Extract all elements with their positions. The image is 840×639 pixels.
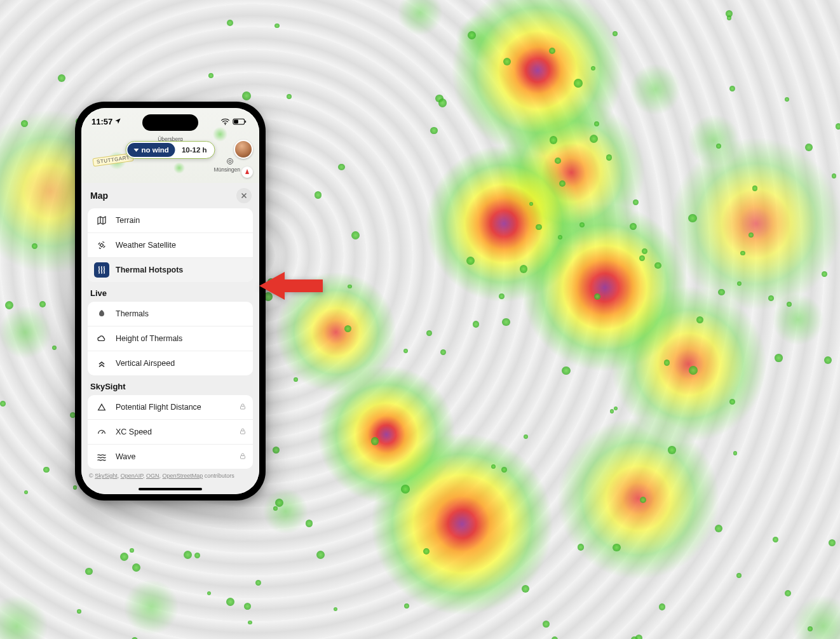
lock-icon — [239, 427, 247, 437]
time-range-label: 10-12 h — [182, 146, 207, 154]
dynamic-island — [142, 114, 198, 131]
svg-rect-9 — [241, 455, 245, 459]
row-thermals-label: Thermals — [116, 309, 247, 318]
svg-point-5 — [227, 159, 233, 165]
row-wave[interactable]: Wave — [88, 444, 253, 469]
row-pfd-label: Potential Flight Distance — [116, 403, 233, 412]
poi-icon — [226, 158, 234, 167]
row-xc-speed-label: XC Speed — [116, 427, 233, 436]
wave-icon — [94, 449, 109, 464]
callout-arrow-icon — [259, 268, 323, 304]
svg-rect-6 — [100, 243, 104, 247]
attribution-link-skysight[interactable]: SkySight — [95, 473, 118, 479]
row-vertical-airspeed-label: Vertical Airspeed — [116, 359, 247, 368]
svg-rect-2 — [245, 120, 246, 122]
wind-chip-label: no wind — [141, 146, 168, 154]
attribution-link-osm[interactable]: OpenStreetMap — [163, 473, 203, 479]
compass-icon[interactable] — [241, 166, 253, 178]
section-live-title: Live — [81, 282, 259, 302]
row-thermal-hotspots[interactable]: Thermal Hotspots — [88, 257, 253, 282]
row-terrain-label: Terrain — [116, 216, 247, 225]
svg-rect-8 — [241, 431, 245, 434]
heat-icon — [94, 262, 109, 278]
satellite-icon — [94, 238, 109, 253]
row-thermals[interactable]: Thermals — [88, 302, 253, 326]
phone-frame: 11:57 Übersberg STUTTGART Münsingen — [75, 102, 266, 501]
svg-point-0 — [225, 124, 226, 125]
lock-icon — [239, 452, 247, 462]
map-icon — [94, 213, 109, 228]
section-live-card: Thermals Height of Thermals Vertical Air… — [88, 302, 253, 375]
thermal-blob-icon — [94, 306, 109, 321]
gauge-icon — [94, 424, 109, 440]
attribution: © SkySight, OpenAIP, OGN, OpenStreetMap … — [81, 469, 259, 488]
attribution-link-ogn[interactable]: OGN — [146, 473, 159, 479]
battery-icon — [233, 118, 247, 125]
row-terrain[interactable]: Terrain — [88, 208, 253, 232]
sheet-title: Map — [90, 191, 108, 201]
row-height-of-thermals-label: Height of Thermals — [116, 334, 247, 343]
row-xc-speed[interactable]: XC Speed — [88, 419, 253, 444]
attribution-link-openaip[interactable]: OpenAIP — [121, 473, 143, 479]
row-height-of-thermals[interactable]: Height of Thermals — [88, 326, 253, 351]
lock-icon — [239, 403, 247, 412]
close-button[interactable] — [236, 188, 252, 203]
svg-rect-3 — [234, 119, 238, 123]
clock: 11:57 — [91, 117, 112, 126]
row-thermal-hotspots-label: Thermal Hotspots — [116, 266, 247, 274]
phone-screen: 11:57 Übersberg STUTTGART Münsingen — [81, 108, 259, 494]
row-weather-satellite[interactable]: Weather Satellite — [88, 232, 253, 257]
attribution-prefix: © — [89, 473, 95, 479]
layers-sheet: Map Terrain Weather Satellite — [81, 183, 259, 494]
svg-marker-10 — [259, 272, 323, 300]
section-map-card: Terrain Weather Satellite Thermal Hotspo… — [88, 208, 253, 282]
filter-chips: no wind 10-12 h — [125, 141, 215, 159]
chevrons-up-icon — [94, 356, 109, 371]
row-potential-flight-distance[interactable]: Potential Flight Distance — [88, 395, 253, 419]
svg-rect-7 — [241, 406, 245, 409]
home-indicator — [139, 488, 202, 490]
wifi-icon — [220, 118, 230, 125]
chevron-down-icon — [133, 149, 139, 152]
map-label-munsingen: Münsingen — [213, 166, 240, 173]
row-weather-satellite-label: Weather Satellite — [116, 241, 247, 250]
row-vertical-airspeed[interactable]: Vertical Airspeed — [88, 351, 253, 375]
section-skysight-title: SkySight — [81, 375, 259, 395]
time-range-chip[interactable]: 10-12 h — [175, 143, 213, 157]
attribution-suffix: contributors — [203, 473, 234, 479]
row-wave-label: Wave — [116, 452, 233, 461]
triangle-icon — [94, 400, 109, 415]
location-arrow-icon — [114, 117, 121, 126]
avatar[interactable] — [234, 140, 253, 159]
svg-point-4 — [229, 160, 231, 163]
cloud-icon — [94, 331, 109, 346]
wind-chip[interactable]: no wind — [127, 143, 175, 157]
section-skysight-card: Potential Flight Distance XC Speed — [88, 395, 253, 469]
